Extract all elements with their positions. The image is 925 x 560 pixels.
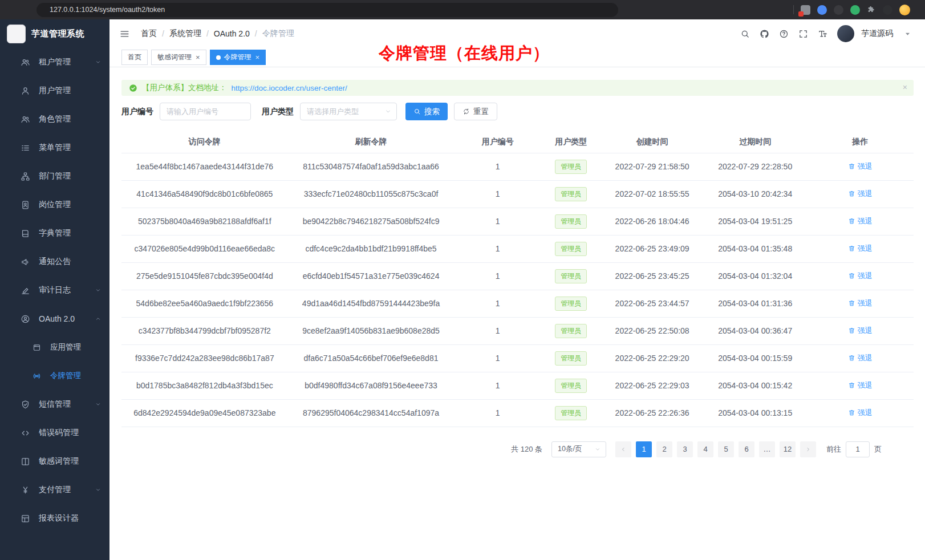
breadcrumb-item[interactable]: 系统管理 [169,29,201,39]
user-id-input[interactable] [160,103,251,120]
app-logo[interactable]: 芋道管理系统 [0,19,109,48]
table-header-row: 访问令牌刷新令牌用户编号用户类型创建时间过期时间操作 [121,132,914,153]
sidebar-item-role[interactable]: 角色管理 [0,105,109,133]
sidebar-item-pay[interactable]: 支付管理 [0,476,109,504]
page-button-2[interactable]: 2 [656,441,672,457]
force-logout-button[interactable]: 强退 [848,326,873,336]
tab-token[interactable]: 令牌管理× [210,50,266,65]
force-logout-button[interactable]: 强退 [848,353,873,363]
profile-avatar[interactable] [899,5,910,15]
user-avatar[interactable] [837,25,854,42]
extensions-puzzle-icon[interactable] [867,5,876,14]
sidebar-item-sms[interactable]: 短信管理 [0,390,109,419]
bookmark-star-icon[interactable] [784,9,786,11]
share-icon[interactable] [775,9,777,11]
expire-time-cell: 2054-03-04 01:31:36 [704,290,807,317]
force-logout-button[interactable]: 强退 [848,380,873,391]
page-button-4[interactable]: 4 [697,441,713,457]
force-logout-button[interactable]: 强退 [848,189,873,199]
sidebar-item-oauth2-app[interactable]: 应用管理 [0,333,109,362]
tab-close-icon[interactable]: × [196,53,200,62]
access-token-cell: 275e5de9151045fe87cbdc395e004f4d [121,262,288,290]
page-button-3[interactable]: 3 [677,441,693,457]
sidebar-item-post[interactable]: 岗位管理 [0,190,109,219]
breadcrumb-item[interactable]: 令牌管理 [262,29,294,39]
sidebar-item-oauth2-token[interactable]: 令牌管理 [0,362,109,390]
main-area: 令牌管理（在线用户） 首页/系统管理/OAuth 2.0/令牌管理 芋道源码 首… [109,19,925,560]
extension-icon[interactable] [834,5,843,15]
breadcrumb-item[interactable]: 首页 [141,29,157,39]
sidebar-item-report[interactable]: 报表设计器 [0,504,109,533]
font-size-icon[interactable] [818,29,827,39]
reset-button-label: 重置 [473,107,489,117]
user-type-select[interactable] [300,103,397,120]
fullscreen-icon[interactable] [798,29,808,39]
tab-label: 令牌管理 [224,52,251,62]
caret-down-icon[interactable] [903,29,912,39]
home-icon[interactable] [26,9,29,11]
browser-menu-icon[interactable] [917,9,919,11]
table-body: 1ea5e44f8bc1467aaede43144f31de76811c5304… [121,153,914,427]
chevron-down-icon [95,401,102,408]
address-bar[interactable]: 127.0.0.1:1024/system/oauth2/token [36,3,618,17]
user-icon [21,86,30,96]
table-row: b0d1785bc3a8482f812db4a3f3bd15ecb0df4980… [121,372,914,399]
next-page-button[interactable] [800,441,816,457]
username[interactable]: 芋道源码 [861,29,893,39]
sidebar-item-user[interactable]: 用户管理 [0,76,109,105]
prev-page-button[interactable] [615,441,631,457]
tab-sensitive[interactable]: 敏感词管理× [151,50,206,65]
page-button-5[interactable]: 5 [718,441,734,457]
force-logout-button[interactable]: 强退 [848,298,873,309]
reload-icon[interactable] [19,9,22,11]
goto-page-input[interactable] [846,441,870,457]
sidebar-item-tenant[interactable]: 租户管理 [0,48,109,76]
delete-icon [848,382,855,389]
sidebar-item-notice[interactable]: 通知公告 [0,247,109,276]
chevron-down-icon [95,59,102,66]
force-logout-button[interactable]: 强退 [848,271,873,281]
collapse-sidebar-icon[interactable] [119,29,130,39]
sidebar-item-dept[interactable]: 部门管理 [0,162,109,190]
page-button-6[interactable]: 6 [739,441,754,457]
create-time-cell: 2022-07-29 21:58:50 [601,153,704,180]
refresh-token-cell: be90422b8c7946218275a508bf524fc9 [288,208,455,235]
sidebar-item-label: 令牌管理 [50,371,81,381]
breadcrumb-item[interactable]: OAuth 2.0 [214,29,250,38]
help-icon[interactable] [779,29,789,39]
refresh-icon [462,108,470,115]
search-icon[interactable] [740,29,750,39]
extension-icon[interactable] [817,5,827,15]
search-button[interactable]: 搜索 [405,103,448,120]
create-time-cell: 2022-07-02 18:55:55 [601,180,704,208]
page-size-select[interactable]: 10条/页 [551,441,606,457]
page-ellipsis[interactable]: … [759,441,775,457]
user-type-select-input[interactable] [300,103,397,120]
page-button-12[interactable]: 12 [780,441,796,457]
sidebar-item-oauth2[interactable]: OAuth 2.0 [0,305,109,333]
extension-icon[interactable] [850,5,860,15]
extension-icon[interactable] [883,5,892,15]
forward-icon[interactable] [13,9,15,11]
sidebar-item-audit[interactable]: 审计日志 [0,276,109,305]
sidebar-item-errcode[interactable]: 错误码管理 [0,419,109,447]
doc-link[interactable]: https://doc.iocoder.cn/user-center/ [232,84,347,92]
page-button-1[interactable]: 1 [636,441,652,457]
force-logout-button[interactable]: 强退 [848,161,873,172]
back-icon[interactable] [6,9,8,11]
reset-button[interactable]: 重置 [454,103,497,120]
alert-close-icon[interactable]: × [903,83,907,92]
sidebar-item-sensitive[interactable]: 敏感词管理 [0,447,109,476]
extension-icon[interactable] [801,5,810,15]
sensitive-icon [21,457,30,466]
tab-label: 首页 [128,52,141,62]
force-logout-button[interactable]: 强退 [848,244,873,254]
force-logout-button[interactable]: 强退 [848,216,873,226]
sidebar-item-dict[interactable]: 字典管理 [0,219,109,247]
site-info-icon[interactable] [43,9,45,11]
github-icon[interactable] [760,29,769,39]
tab-home[interactable]: 首页 [121,50,148,65]
force-logout-button[interactable]: 强退 [848,408,873,418]
tab-close-icon[interactable]: × [255,53,260,62]
sidebar-item-menu[interactable]: 菜单管理 [0,133,109,162]
